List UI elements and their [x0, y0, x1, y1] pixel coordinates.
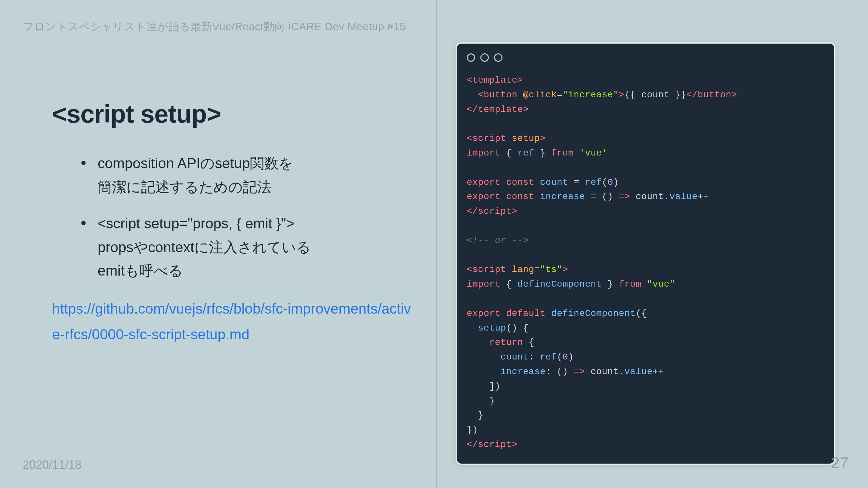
code-token: => — [619, 192, 630, 202]
code-token: > — [619, 90, 624, 100]
code-token: import — [467, 279, 501, 289]
code-token: count. — [630, 192, 670, 202]
code-token: "ts" — [540, 264, 562, 274]
code-token — [501, 192, 506, 202]
bullet-item-2: <script setup="props, { emit }"> propsやc… — [81, 212, 413, 283]
code-token — [467, 352, 501, 362]
code-token: = — [534, 264, 540, 274]
code-token: => — [574, 367, 585, 377]
code-token: ref — [585, 177, 602, 187]
code-token: } — [467, 396, 495, 406]
code-token — [467, 90, 478, 100]
code-token: </button> — [686, 90, 737, 100]
code-token: count — [501, 352, 529, 362]
bullet-text: <script setup="props, { emit }"> — [98, 212, 413, 235]
code-block: <template> <button @click="increase">{{ … — [467, 73, 825, 452]
code-token: ++ — [653, 367, 664, 377]
code-token: } — [467, 410, 484, 420]
slide-header: フロントスペシャリスト達が語る最新Vue/React動向 iCARE Dev M… — [23, 20, 413, 34]
window-dot-icon — [480, 53, 489, 62]
code-token — [501, 177, 506, 187]
right-column: <template> <button @click="increase">{{ … — [436, 0, 868, 488]
bullet-text: 簡潔に記述するための記法 — [98, 175, 413, 199]
bullet-text: emitも呼べる — [98, 259, 413, 283]
code-token: 0 — [608, 177, 613, 187]
code-token: }) — [467, 425, 478, 435]
code-token: 0 — [562, 352, 568, 362]
code-token: <script — [467, 264, 506, 274]
code-token — [534, 192, 540, 202]
code-token: import — [467, 148, 501, 158]
code-token: ) — [568, 352, 574, 362]
code-token: <script — [467, 133, 506, 143]
code-token — [467, 323, 478, 333]
code-token: { — [501, 279, 518, 289]
code-token: defineComponent — [518, 279, 602, 289]
code-token: increase — [540, 192, 585, 202]
code-token: <button — [478, 90, 518, 100]
code-token: > — [562, 264, 568, 274]
code-token: export — [467, 177, 501, 187]
code-token: ref — [518, 148, 534, 158]
code-token: </template> — [467, 104, 529, 115]
code-token: return — [489, 337, 523, 348]
code-token — [518, 90, 523, 100]
code-token — [506, 133, 512, 143]
page-number: 27 — [831, 454, 848, 472]
slide-title: <script setup> — [52, 99, 413, 129]
code-token — [506, 264, 512, 274]
code-token: ({ — [636, 308, 647, 319]
left-column: フロントスペシャリスト達が語る最新Vue/React動向 iCARE Dev M… — [0, 0, 436, 488]
rfc-link[interactable]: https://github.com/vuejs/rfcs/blob/sfc-i… — [52, 296, 413, 347]
bullet-item-1: composition APIのsetup関数を 簡潔に記述するための記法 — [81, 152, 413, 199]
code-token: = — [568, 177, 585, 187]
bullet-text: propsやcontextに注入されている — [98, 235, 413, 259]
code-token: default — [506, 308, 546, 319]
code-token: {{ count }} — [625, 90, 686, 100]
code-token: { — [523, 337, 534, 348]
code-token: { — [501, 148, 518, 158]
code-token: ( — [557, 352, 562, 362]
code-token: ]) — [467, 381, 501, 391]
code-token — [534, 177, 540, 187]
code-token: @click — [523, 90, 557, 100]
code-token: "increase" — [562, 90, 619, 100]
code-token — [641, 279, 647, 289]
code-token: defineComponent — [551, 308, 636, 319]
code-token: from — [619, 279, 641, 289]
footer-date: 2020/11/18 — [23, 458, 81, 472]
code-token: setup — [512, 133, 540, 143]
code-token — [574, 148, 579, 158]
code-token: </script> — [467, 206, 518, 216]
code-token: count — [540, 177, 568, 187]
code-token: > — [540, 133, 546, 143]
code-token: export — [467, 192, 501, 202]
window-dot-icon — [494, 53, 502, 62]
code-token: setup — [478, 323, 506, 333]
code-token: count. — [585, 367, 624, 377]
code-token: from — [551, 148, 574, 158]
code-token: : () — [546, 367, 574, 377]
code-token: ( — [602, 177, 607, 187]
code-token: } — [602, 279, 619, 289]
code-token: () { — [506, 323, 529, 333]
code-token: <!-- or --> — [467, 235, 529, 246]
window-dot-icon — [467, 53, 475, 62]
code-token: = — [557, 90, 562, 100]
code-token: "vue" — [647, 279, 675, 289]
code-token — [546, 308, 551, 319]
code-token: 'vue' — [579, 148, 608, 158]
code-window: <template> <button @click="increase">{{ … — [456, 42, 835, 465]
code-token: increase — [501, 367, 546, 377]
code-token: value — [625, 367, 653, 377]
code-token: const — [506, 192, 534, 202]
code-token: </script> — [467, 440, 518, 450]
code-token: <template> — [467, 75, 523, 85]
code-token — [467, 367, 501, 377]
code-token: const — [506, 177, 534, 187]
bullet-text: composition APIのsetup関数を — [98, 152, 413, 175]
code-token: lang — [512, 264, 534, 274]
code-token: : — [529, 352, 540, 362]
code-token — [467, 337, 489, 348]
code-token: ++ — [698, 192, 709, 202]
